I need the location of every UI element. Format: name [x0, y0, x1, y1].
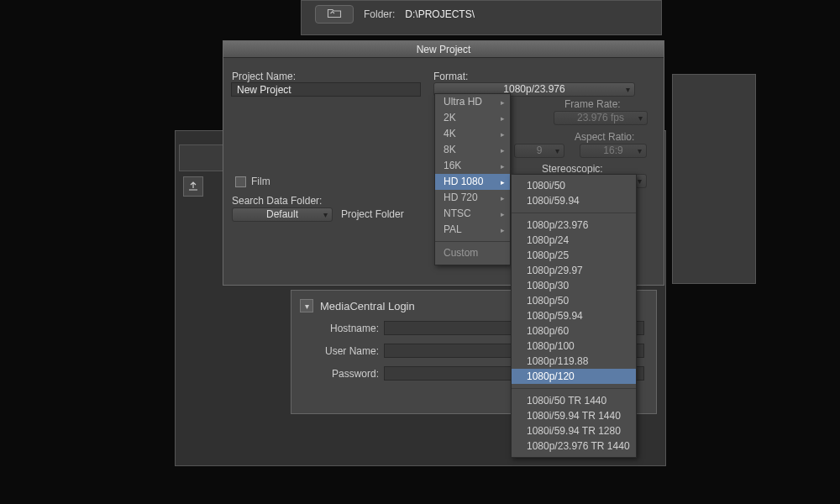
format-preset-item[interactable]: 1080p/50: [512, 293, 636, 308]
format-category-item[interactable]: Ultra HD: [435, 94, 510, 110]
stereoscopic-dropdown[interactable]: [635, 174, 647, 188]
format-preset-item[interactable]: 1080p/59.94: [512, 308, 636, 323]
project-folder-label: Project Folder: [341, 208, 404, 220]
format-preset-item[interactable]: 1080p/25: [512, 248, 636, 263]
aspect-ratio-left-dropdown[interactable]: 9: [514, 144, 564, 158]
format-preset-item[interactable]: 1080p/29.97: [512, 263, 636, 278]
folder-icon: [327, 8, 342, 22]
collapse-toggle[interactable]: ▾: [300, 299, 313, 312]
format-preset-item[interactable]: 1080i/59.94: [512, 193, 636, 208]
frame-rate-label: Frame Rate:: [564, 98, 621, 110]
format-preset-item[interactable]: 1080p/23.976: [512, 218, 636, 233]
format-preset-item[interactable]: 1080i/50: [512, 178, 636, 193]
film-checkbox-row[interactable]: Film: [235, 176, 270, 187]
folder-label: Folder:: [364, 8, 395, 20]
username-label: User Name:: [300, 345, 384, 357]
format-label: Format:: [433, 71, 468, 82]
right-side-panel: [672, 74, 756, 284]
menu-separator: [435, 241, 510, 242]
password-label: Password:: [300, 368, 384, 380]
format-category-menu: Ultra HD2K4K8K16KHD 1080HD 720NTSCPALCus…: [434, 93, 511, 265]
project-name-input[interactable]: New Project: [231, 82, 421, 97]
format-preset-item[interactable]: 1080p/23.976 TR 1440: [512, 438, 636, 454]
format-preset-item[interactable]: 1080p/60: [512, 323, 636, 339]
film-checkbox[interactable]: [235, 176, 246, 187]
stereoscopic-label: Stereoscopic:: [542, 163, 603, 175]
format-preset-item[interactable]: 1080i/59.94 TR 1280: [512, 423, 636, 438]
toolbar-button[interactable]: [183, 176, 203, 197]
format-category-custom[interactable]: Custom: [435, 245, 510, 261]
dialog-title: New Project: [223, 41, 664, 58]
search-data-folder-dropdown[interactable]: Default: [232, 207, 333, 222]
menu-separator: [512, 388, 636, 389]
format-preset-item[interactable]: 1080p/30: [512, 278, 636, 293]
menu-separator: [512, 213, 636, 213]
format-category-item[interactable]: 2K: [435, 110, 510, 126]
format-preset-item[interactable]: 1080p/100: [512, 339, 636, 354]
format-preset-item[interactable]: 1080i/50 TR 1440: [512, 393, 636, 408]
format-preset-item[interactable]: 1080p/119.88: [512, 354, 636, 369]
format-category-item[interactable]: 8K: [435, 142, 510, 158]
hostname-label: Hostname:: [300, 323, 384, 334]
format-category-item[interactable]: PAL: [435, 222, 510, 238]
folder-row: Folder: D:\PROJECTS\: [315, 5, 475, 24]
format-category-item[interactable]: NTSC: [435, 206, 510, 222]
format-category-item[interactable]: HD 720: [435, 190, 510, 206]
format-preset-submenu: 1080i/501080i/59.941080p/23.9761080p/241…: [511, 174, 637, 458]
format-category-item[interactable]: 4K: [435, 126, 510, 142]
film-label: Film: [251, 176, 270, 187]
format-category-item[interactable]: HD 1080: [435, 174, 510, 190]
aspect-ratio-dropdown[interactable]: 16:9: [580, 144, 647, 158]
format-preset-item[interactable]: 1080p/24: [512, 233, 636, 248]
project-name-label: Project Name:: [232, 71, 296, 82]
folder-path: D:\PROJECTS\: [405, 8, 475, 20]
aspect-ratio-label: Aspect Ratio:: [575, 131, 634, 143]
browse-folder-button[interactable]: [315, 5, 354, 24]
search-data-folder-label: Search Data Folder:: [232, 195, 322, 207]
format-preset-item[interactable]: 1080i/59.94 TR 1440: [512, 408, 636, 423]
frame-rate-dropdown[interactable]: 23.976 fps: [554, 111, 648, 125]
format-category-item[interactable]: 16K: [435, 158, 510, 174]
mediacentral-title: MediaCentral Login: [320, 300, 415, 312]
format-preset-item[interactable]: 1080p/120: [512, 369, 636, 384]
upload-icon: [187, 180, 199, 194]
